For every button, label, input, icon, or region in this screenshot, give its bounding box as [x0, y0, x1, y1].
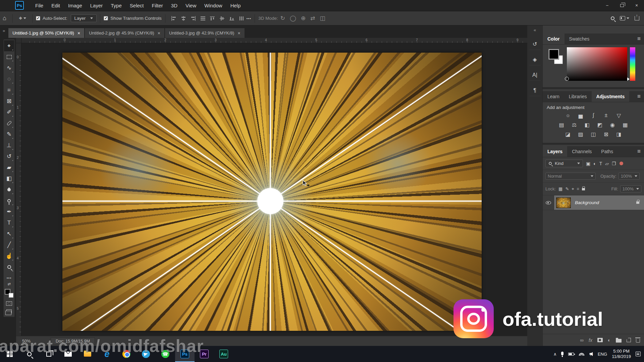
filter-pin-toggle[interactable] — [620, 162, 623, 165]
eyedropper-tool[interactable]: ✐ — [4, 107, 14, 118]
taskbar-audition[interactable]: Au — [214, 346, 233, 362]
vibrance-icon[interactable]: ▽ — [614, 112, 623, 119]
menu-layer[interactable]: Layer — [86, 1, 107, 10]
tab-close-icon[interactable]: × — [77, 31, 80, 36]
restore-button[interactable] — [614, 0, 629, 11]
add-layer-mask-icon[interactable] — [597, 338, 603, 342]
brush-tool[interactable]: ✎ — [4, 129, 14, 140]
layers-tab-paths[interactable]: Paths — [596, 146, 618, 157]
adjustments-tab-adjustments[interactable]: Adjustments — [592, 91, 630, 102]
battery-icon[interactable] — [568, 353, 574, 356]
more-options-icon[interactable]: ••• — [247, 16, 252, 20]
history-brush-tool[interactable]: ↺ — [4, 151, 14, 162]
collapse-dock-icon[interactable]: « — [534, 27, 536, 33]
home-icon[interactable]: ⌂ — [0, 15, 9, 22]
fill-field[interactable]: 100% — [620, 185, 641, 192]
new-layer-icon[interactable] — [627, 338, 631, 342]
paragraph-panel-icon[interactable]: ¶ — [529, 85, 541, 96]
status-chevron-icon[interactable]: › — [98, 339, 99, 344]
background-color-swatch[interactable] — [9, 293, 13, 298]
black-white-icon[interactable]: ◧ — [583, 121, 591, 128]
layers-tab-channels[interactable]: Channels — [567, 146, 596, 157]
dodge-tool[interactable] — [4, 195, 14, 206]
move-tool[interactable]: ⌖ — [4, 40, 14, 51]
taskbar-start[interactable] — [0, 346, 19, 362]
language-indicator[interactable]: ENG — [598, 352, 607, 357]
lock-all-icon[interactable] — [582, 188, 585, 190]
align-top-icon[interactable] — [210, 16, 215, 21]
show-transform-checkbox[interactable]: ✓ — [104, 16, 108, 20]
lock-position-icon[interactable]: ⌖ — [572, 186, 574, 191]
filter-shape-layers-icon[interactable]: ▱ — [605, 161, 609, 166]
layer-filter-dropdown[interactable]: Kind — [545, 160, 583, 167]
menu-select[interactable]: Select — [126, 1, 148, 10]
align-left-icon[interactable] — [171, 16, 176, 21]
color-lookup-icon[interactable]: ▦ — [621, 121, 630, 128]
lock-transparency-icon[interactable]: ▦ — [558, 186, 562, 191]
crop-tool[interactable]: ⌗ — [4, 84, 14, 96]
brightness-contrast-icon[interactable]: ☼ — [564, 112, 572, 119]
taskbar-mail[interactable] — [58, 346, 78, 362]
adjustments-tab-libraries[interactable]: Libraries — [564, 91, 592, 102]
align-center-horizontal-icon[interactable] — [180, 16, 186, 21]
layers-menu-icon[interactable]: ≡ — [637, 146, 644, 157]
spot-healing-brush-tool[interactable] — [4, 118, 14, 129]
filter-pixel-layers-icon[interactable]: ▣ — [586, 161, 590, 166]
action-center-icon[interactable] — [636, 352, 641, 356]
taskbar-premiere[interactable]: Pr — [195, 346, 214, 362]
pen-tool[interactable]: ✒ — [4, 206, 14, 217]
document-image[interactable] — [62, 53, 482, 331]
delete-layer-icon[interactable] — [636, 338, 640, 343]
selective-color-icon[interactable]: ◨ — [614, 130, 623, 138]
saturation-brightness-field[interactable] — [567, 47, 627, 81]
exposure-icon[interactable]: ± — [602, 112, 610, 119]
document-tab-2[interactable]: Untitled-2.jpg @ 45.9% (CMYK/8)× — [85, 28, 165, 38]
threshold-icon[interactable]: ◫ — [589, 130, 598, 138]
adjustments-menu-icon[interactable]: ≡ — [637, 91, 644, 102]
menu-type[interactable]: Type — [107, 1, 126, 10]
auto-select-target-dropdown[interactable]: Layer — [71, 14, 97, 22]
curves-icon[interactable]: ∫ — [589, 112, 598, 119]
3d-roll-icon[interactable]: ◯ — [290, 15, 296, 22]
hand-tool[interactable]: ☝ — [4, 250, 14, 261]
eraser-tool[interactable]: ▰ — [4, 162, 14, 173]
move-tool-preset[interactable]: ⌖ — [16, 15, 29, 22]
rectangular-marquee-tool[interactable] — [4, 51, 14, 62]
taskbar-file-explorer[interactable] — [78, 346, 97, 362]
3d-orbit-icon[interactable]: ↻ — [280, 15, 285, 22]
gradient-tool[interactable]: ◧ — [4, 173, 14, 184]
menu-3d[interactable]: 3D — [167, 1, 181, 10]
hue-slider[interactable] — [630, 47, 635, 81]
tab-close-icon[interactable]: × — [237, 31, 240, 36]
filter-adjustment-layers-icon[interactable]: ◐ — [593, 161, 596, 166]
clone-stamp-tool[interactable]: ⊥ — [4, 140, 14, 151]
document-tab-3[interactable]: Untitled-3.jpg @ 42.9% (CMYK/8)× — [165, 28, 245, 38]
hue-saturation-icon[interactable]: ▤ — [557, 121, 566, 128]
3d-pan-icon[interactable]: ⊕ — [301, 15, 306, 22]
workspace-switcher[interactable] — [620, 16, 629, 21]
filter-smart-objects-icon[interactable]: ❐ — [612, 161, 616, 166]
zoom-tool[interactable] — [4, 261, 14, 273]
color-picker-marker[interactable] — [565, 77, 569, 81]
screen-mode-icon[interactable] — [6, 309, 12, 313]
opacity-field[interactable]: 100% — [619, 173, 640, 180]
color-tab-color[interactable]: Color — [543, 34, 565, 44]
wifi-icon[interactable] — [579, 352, 585, 356]
distribute-vertical-icon[interactable] — [239, 16, 245, 21]
layer-thumbnail[interactable] — [556, 197, 571, 208]
photo-filter-icon[interactable]: ◩ — [595, 121, 604, 128]
share-icon[interactable] — [635, 16, 639, 20]
taskbar-edge[interactable]: e — [97, 346, 117, 362]
adjustments-tab-learn[interactable]: Learn — [543, 91, 564, 102]
taskbar-whatsapp[interactable]: ☎ — [156, 346, 175, 362]
path-selection-tool[interactable]: ↖ — [4, 228, 14, 239]
taskbar-telegram[interactable] — [136, 346, 156, 362]
levels-icon[interactable]: ▅ — [576, 112, 585, 119]
color-menu-icon[interactable]: ≡ — [637, 34, 644, 44]
visibility-toggle[interactable] — [543, 195, 554, 210]
hue-slider-marker[interactable] — [627, 77, 630, 81]
line-tool[interactable]: ╱ — [4, 239, 14, 250]
document-size-info[interactable]: Doc: 15.9M/15.9M — [51, 338, 95, 345]
blend-mode-dropdown[interactable]: Normal — [545, 173, 596, 180]
microphone-icon[interactable] — [561, 352, 564, 357]
